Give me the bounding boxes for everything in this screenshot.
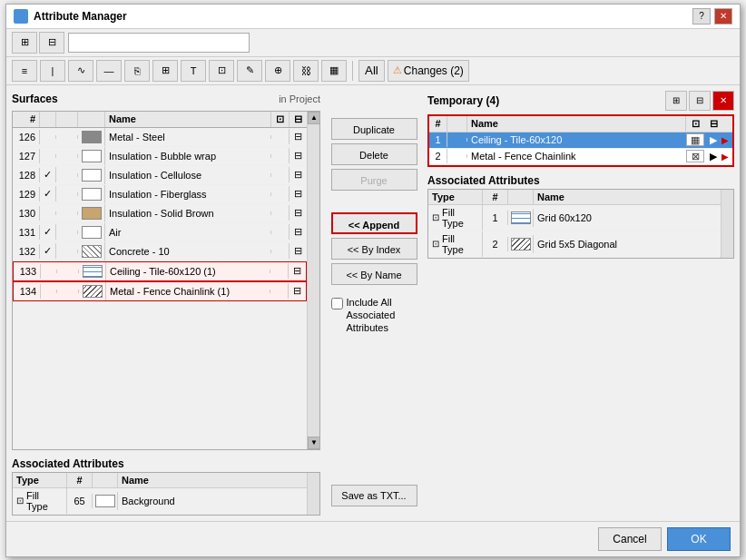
all-button[interactable]: All <box>358 60 385 82</box>
tb-layers-icon[interactable]: ≡ <box>12 60 37 82</box>
tb-text-icon[interactable]: T <box>181 60 206 82</box>
left-assoc-table: Type # Name ⊡ Fill Type 65 <box>12 472 320 516</box>
row-icon2: ⊟ <box>289 129 307 144</box>
fill-type-label: Fill Type <box>442 233 478 255</box>
cancel-button[interactable]: Cancel <box>598 527 662 551</box>
row-icon1 <box>270 192 289 196</box>
row-type <box>56 250 78 253</box>
right-assoc-row[interactable]: ⊡ Fill Type 1 Grid 60x120 <box>428 205 721 231</box>
include-all-checkbox[interactable] <box>331 298 343 309</box>
row-name: Insulation - Fiberglass <box>105 187 270 201</box>
toolbar-btn-1[interactable]: ⊞ <box>12 32 37 54</box>
toolbar-divider <box>352 61 353 81</box>
row-icon1 <box>270 173 289 177</box>
title-bar-left: Attribute Manager <box>14 9 127 24</box>
right-table-row[interactable]: 2 Metal - Fence Chainlink ⊠ ▶ ▶ <box>429 149 732 165</box>
right-btn-1[interactable]: ⊞ <box>665 91 687 111</box>
table-row[interactable]: 133 Ceiling - Tile-60x120 (1) ⊟ <box>13 261 307 281</box>
right-panel-header: Temporary (4) ⊞ ⊟ ✕ <box>427 91 734 111</box>
tb-line-icon[interactable]: — <box>96 60 122 82</box>
vertical-scrollbar[interactable]: ▲ ▼ <box>307 112 319 449</box>
toolbar-btn-2[interactable]: ⊟ <box>39 32 64 54</box>
save-txt-button[interactable]: Save as TXT... <box>331 485 417 506</box>
tb-copy-icon[interactable]: ⎘ <box>124 60 150 82</box>
right-col-header-num: # <box>429 116 447 132</box>
help-button[interactable]: ? <box>692 8 711 25</box>
swatch <box>82 245 102 258</box>
left-assoc-content: Type # Name ⊡ Fill Type 65 <box>13 473 307 515</box>
tb-align-icon[interactable]: ⊡ <box>209 60 234 82</box>
right-row-num: 2 <box>429 149 447 163</box>
swatch <box>82 150 102 162</box>
assoc-name: Grid 5x5 Diagonal <box>534 237 721 251</box>
tb-edit-icon[interactable]: | <box>40 60 65 82</box>
scroll-down[interactable]: ▼ <box>308 437 320 449</box>
row-icon1 <box>270 135 289 139</box>
table-row[interactable]: 131 ✓ Air ⊟ <box>13 223 307 242</box>
table-row[interactable]: 128 ✓ Insulation - Cellulose ⊟ <box>13 166 307 185</box>
table-row[interactable]: 127 Insulation - Bubble wrap ⊟ <box>13 147 307 166</box>
right-assoc-title: Associated Attributes <box>427 174 734 187</box>
tb-globe-icon[interactable]: ⊕ <box>265 60 290 82</box>
include-all-container: Include All Associated Attributes <box>331 296 417 335</box>
row-icon1 <box>270 154 289 158</box>
row-check: ✓ <box>40 167 56 182</box>
delete-button[interactable]: Delete <box>331 143 417 165</box>
right-btn-2[interactable]: ⊟ <box>689 91 711 111</box>
assoc-col-name: Name <box>118 473 307 487</box>
right-close-button[interactable]: ✕ <box>712 91 734 111</box>
assoc-name: Background <box>118 494 307 508</box>
purge-button[interactable]: Purge <box>331 169 417 191</box>
duplicate-button[interactable]: Duplicate <box>331 118 417 140</box>
tb-chart-icon[interactable]: ∿ <box>68 60 93 82</box>
row-icon1 <box>270 231 289 234</box>
toolbar-row2: ≡ | ∿ — ⎘ ⊞ T ⊡ ✎ ⊕ ⛓ ▦ All ⚠ Changes (2… <box>6 57 740 85</box>
ok-button[interactable]: OK <box>667 527 731 551</box>
left-panel: Surfaces in Project # Name ⊡ ⊟ <box>12 91 320 516</box>
table-row[interactable]: 134 Metal - Fence Chainlink (1) ⊟ <box>13 281 307 301</box>
row-icon2: ⊟ <box>289 167 307 182</box>
row-swatch <box>78 185 105 203</box>
chain-swatch-icon: ⊠ <box>692 151 700 162</box>
tb-pencil-icon[interactable]: ✎ <box>237 60 262 82</box>
swatch <box>95 495 115 507</box>
right-table-row[interactable]: 1 Ceiling - Tile-60x120 ▦ ▶ ▶ <box>429 133 732 149</box>
row-icon2: ⊟ <box>289 186 307 201</box>
middle-panel: Duplicate Delete Purge << Append << By I… <box>324 91 424 516</box>
left-assoc-row[interactable]: ⊡ Fill Type 65 Background <box>13 488 307 515</box>
row-type <box>56 154 78 158</box>
row-name: Air <box>105 225 270 240</box>
tb-table-icon[interactable]: ▦ <box>321 60 347 82</box>
in-project-label: in Project <box>279 93 320 104</box>
col-header-num: # <box>13 112 40 127</box>
by-name-button[interactable]: << By Name <box>331 263 417 285</box>
scroll-up[interactable]: ▲ <box>308 112 320 124</box>
row-type <box>57 290 79 293</box>
right-assoc-scrollbar[interactable] <box>721 190 733 258</box>
table-row[interactable]: 130 Insulation - Solid Brown ⊟ <box>13 204 307 223</box>
title-bar-right: ? ✕ <box>692 8 732 25</box>
changes-button[interactable]: ⚠ Changes (2) <box>388 60 469 82</box>
tb-link-icon[interactable]: ⛓ <box>293 60 319 82</box>
append-button[interactable]: << Append <box>331 212 417 234</box>
table-row[interactable]: 126 Metal - Steel ⊟ <box>13 128 307 147</box>
by-index-button[interactable]: << By Index <box>331 238 417 260</box>
right-assoc-row[interactable]: ⊡ Fill Type 2 Grid 5x5 Diagonal <box>428 231 721 258</box>
dialog-icon <box>14 9 28 24</box>
table-row[interactable]: 132 ✓ Concrete - 10 ⊟ <box>13 242 307 261</box>
fill-type-icon: ⊡ <box>432 212 439 222</box>
right-row-icon2: ▶ <box>705 133 721 148</box>
col-header-swatch <box>78 112 105 127</box>
search-input[interactable] <box>68 33 250 53</box>
table-row[interactable]: 129 ✓ Insulation - Fiberglass ⊟ <box>13 185 307 204</box>
row-icon2: ⊟ <box>289 148 307 163</box>
row-swatch <box>79 282 106 300</box>
tb-grid-icon[interactable]: ⊞ <box>152 60 178 82</box>
right-col-header-icon1: ⊡ <box>685 116 705 132</box>
close-dialog-button[interactable]: ✕ <box>714 8 732 25</box>
assoc-scrollbar[interactable] <box>307 473 319 515</box>
row-name: Insulation - Cellulose <box>105 168 270 182</box>
right-assoc-section: Associated Attributes Type # Name ⊡ <box>427 174 734 259</box>
row-check: ✓ <box>40 243 56 259</box>
changes-label: Changes (2) <box>404 64 464 77</box>
